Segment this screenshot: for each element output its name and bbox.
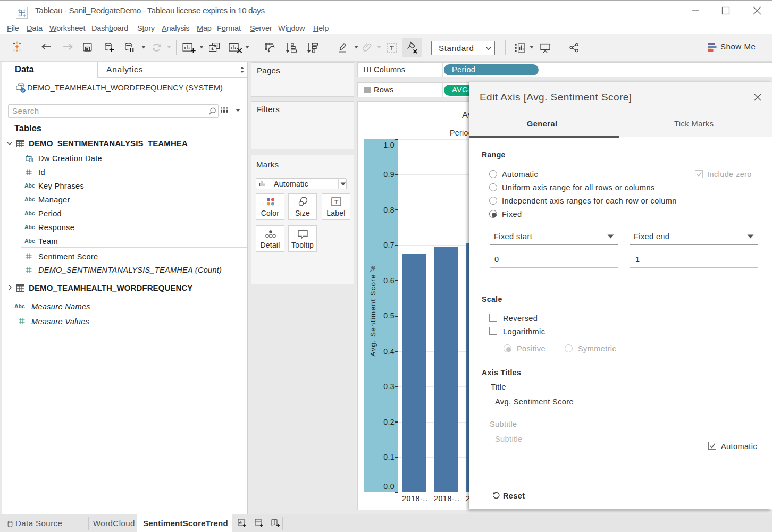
svg-text:T: T [334, 199, 338, 205]
svg-text:T: T [390, 45, 394, 52]
